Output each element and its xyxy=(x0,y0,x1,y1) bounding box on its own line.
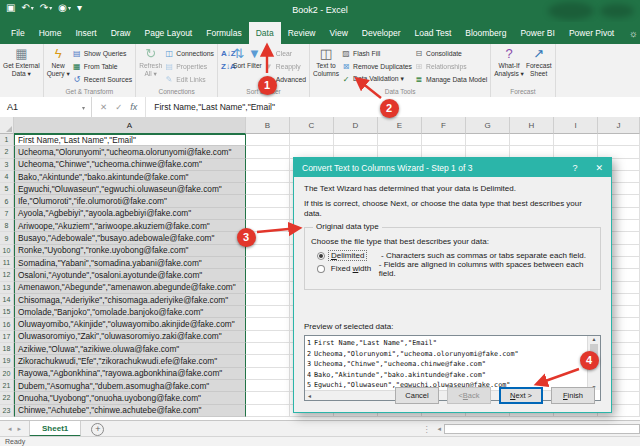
tab-home[interactable]: Home xyxy=(32,22,69,44)
tab-page-layout[interactable]: Page Layout xyxy=(138,22,200,44)
tab-developer[interactable]: Developer xyxy=(355,22,408,44)
radio-fixed-width[interactable] xyxy=(317,265,325,273)
sheet-tab-sheet1[interactable]: Sheet1 xyxy=(29,421,81,437)
cell[interactable] xyxy=(246,380,290,392)
sort-button[interactable]: ⇅Sort xyxy=(233,45,245,70)
row-header-2[interactable]: 2 xyxy=(0,146,14,158)
refresh-all-button[interactable]: ↻RefreshAll ▾ xyxy=(139,45,162,77)
tab-file[interactable]: File xyxy=(4,22,32,44)
dialog-close-icon[interactable]: ✕ xyxy=(595,163,603,173)
cell[interactable] xyxy=(246,368,290,380)
cell-a11[interactable]: Somadina,"Yabani","somadina.yabani@fake.… xyxy=(14,257,246,269)
tab-draw[interactable]: Draw xyxy=(104,22,138,44)
cell[interactable] xyxy=(246,195,290,207)
cell[interactable] xyxy=(246,331,290,343)
connections-button[interactable]: ◫Connections xyxy=(164,47,214,59)
preview-vertical-scrollbar[interactable]: ▲ ▼ xyxy=(587,336,600,390)
cell[interactable] xyxy=(246,146,290,158)
cell-a7[interactable]: Ayoola,"Agbebiyi","ayoola.agbebiyi@fake.… xyxy=(14,208,246,220)
cell[interactable] xyxy=(246,171,290,183)
row-header-19[interactable]: 19 xyxy=(0,355,14,367)
remove-duplicates-button[interactable]: ⊠Remove Duplicates xyxy=(341,60,412,72)
what-if-analysis-button[interactable]: ?What-IfAnalysis ▾ xyxy=(494,45,524,77)
tab-bloomberg[interactable]: Bloomberg xyxy=(458,22,513,44)
show-queries-button[interactable]: ▤Show Queries xyxy=(72,47,132,59)
cell[interactable] xyxy=(466,134,510,146)
cell[interactable] xyxy=(554,134,598,146)
tab-insert[interactable]: Insert xyxy=(68,22,103,44)
row-header-17[interactable]: 17 xyxy=(0,331,14,343)
radio-label[interactable]: Fixed width xyxy=(329,264,379,273)
relationships-button[interactable]: ⊞Relationships xyxy=(414,60,487,72)
cell-a9[interactable]: Busayo,"Adebowale","busayo.adebowale@fak… xyxy=(14,232,246,244)
flash-fill-button[interactable]: ▨Flash Fill xyxy=(341,47,412,59)
column-header-f[interactable]: F xyxy=(422,117,466,134)
sort-az-button[interactable]: A↓Z xyxy=(221,47,231,59)
cell[interactable] xyxy=(246,318,290,330)
row-header-4[interactable]: 4 xyxy=(0,171,14,183)
cell-a2[interactable]: Ucheoma,"Olorunyomi","ucheoma.olorunyomi… xyxy=(14,146,246,158)
row-header-18[interactable]: 18 xyxy=(0,343,14,355)
cell-a18[interactable]: Azikiwe,"Oluwa","azikiwe.oluwa@fake.com" xyxy=(14,343,246,355)
recent-sources-button[interactable]: ↺Recent Sources xyxy=(72,73,132,85)
formula-bar-content[interactable]: First Name,"Last Name","Email" xyxy=(146,102,275,112)
clear-filter-button[interactable]: ▼Clear xyxy=(264,47,306,59)
row-header-11[interactable]: 11 xyxy=(0,257,14,269)
cell[interactable] xyxy=(246,245,290,257)
finish-button[interactable]: Finish xyxy=(551,387,595,404)
cell-a21[interactable]: Dubem,"Asomugha","dubem.asomugha@fake.co… xyxy=(14,380,246,392)
row-header-10[interactable]: 10 xyxy=(0,245,14,257)
cell-a5[interactable]: Egwuchi,"Oluwaseun","egwuchi.oluwaseun@f… xyxy=(14,183,246,195)
row-header-22[interactable]: 22 xyxy=(0,392,14,404)
column-header-i[interactable]: I xyxy=(554,117,598,134)
cell[interactable] xyxy=(246,269,290,281)
scroll-left-icon[interactable]: ◄ xyxy=(307,393,312,399)
row-header-9[interactable]: 9 xyxy=(0,232,14,244)
row-header-3[interactable]: 3 xyxy=(0,159,14,171)
column-header-c[interactable]: C xyxy=(290,117,334,134)
row-header-7[interactable]: 7 xyxy=(0,208,14,220)
cell-a12[interactable]: Osaloni,"Ayotunde","osaloni.ayotunde@fak… xyxy=(14,269,246,281)
cell-a20[interactable]: Rayowa,"Agbonkhina","rayowa.agbonkhina@f… xyxy=(14,368,246,380)
row-header-12[interactable]: 12 xyxy=(0,269,14,281)
cell-a13[interactable]: Amenawon,"Abegunde","amenawon.abegunde@f… xyxy=(14,282,246,294)
next-button[interactable]: Next > xyxy=(499,387,543,404)
enter-entry-icon[interactable]: ✓ xyxy=(115,102,122,112)
tab-power-bi[interactable]: Power BI xyxy=(513,22,562,44)
tab-data[interactable]: Data xyxy=(249,22,281,44)
radio-label[interactable]: Delimited xyxy=(329,251,381,260)
cell-a22[interactable]: Onuoha,"Uyobong","onuoha.uyobong@fake.co… xyxy=(14,392,246,404)
cell-a23[interactable]: Chinwe,"Achutebe","chinwe.achutebe@fake.… xyxy=(14,405,246,417)
row-header-8[interactable]: 8 xyxy=(0,220,14,232)
tell-me-lightbulb-icon[interactable]: ☼ xyxy=(629,22,638,44)
column-header-b[interactable]: B xyxy=(246,117,290,134)
cell[interactable] xyxy=(246,220,290,232)
row-header-13[interactable]: 13 xyxy=(0,282,14,294)
cell[interactable] xyxy=(378,134,422,146)
cell[interactable] xyxy=(246,232,290,244)
cell[interactable] xyxy=(510,134,554,146)
cancel-button[interactable]: Cancel xyxy=(395,387,439,404)
manage-data-model-button[interactable]: ≣Manage Data Model xyxy=(414,73,487,85)
cell[interactable] xyxy=(246,208,290,220)
tab-splitter-icon[interactable]: ⋮ xyxy=(422,425,430,434)
column-header-d[interactable]: D xyxy=(334,117,378,134)
cell[interactable] xyxy=(246,294,290,306)
consolidate-button[interactable]: ⊟Consolidate xyxy=(414,47,487,59)
properties-button[interactable]: ▤Properties xyxy=(164,60,214,72)
cell-a8[interactable]: Ariwoope,"Akuziem","ariwoope.akuziem@fak… xyxy=(14,220,246,232)
row-header-15[interactable]: 15 xyxy=(0,306,14,318)
row-header-20[interactable]: 20 xyxy=(0,368,14,380)
cell[interactable] xyxy=(246,405,290,417)
row-header-5[interactable]: 5 xyxy=(0,183,14,195)
cell[interactable] xyxy=(246,183,290,195)
cell[interactable] xyxy=(246,306,290,318)
cell-a19[interactable]: Zikorachukwudi,"Efe","zikorachukwudi.efe… xyxy=(14,355,246,367)
cell[interactable] xyxy=(246,257,290,269)
dialog-help-icon[interactable]: ? xyxy=(572,163,577,173)
row-header-16[interactable]: 16 xyxy=(0,318,14,330)
column-header-a[interactable]: A xyxy=(14,117,246,134)
cell[interactable] xyxy=(422,134,466,146)
column-header-e[interactable]: E xyxy=(378,117,422,134)
hscroll-left-icon[interactable]: ◂ xyxy=(434,425,444,433)
